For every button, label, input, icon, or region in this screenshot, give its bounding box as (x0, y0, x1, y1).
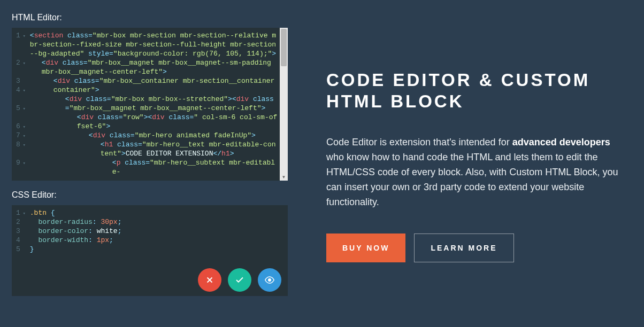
preview-button[interactable] (258, 268, 281, 292)
editor-action-row (198, 263, 285, 292)
css-editor-title: CSS Editor: (12, 190, 288, 200)
html-code-area[interactable]: 1▾ 2▾ 3 4▾ 5▾ 6▾7▾8▾ 9▾ <section class="… (12, 28, 288, 181)
eye-icon (265, 275, 274, 285)
css-gutter: 1▾2 3 4 5 (12, 205, 28, 296)
scroll-down-icon[interactable]: ▼ (280, 173, 288, 181)
button-row: BUY NOW LEARN MORE (326, 233, 628, 262)
accept-button[interactable] (228, 268, 251, 292)
body-suffix: who know how to hand code the HTML and l… (326, 152, 618, 207)
css-code-area[interactable]: 1▾2 3 4 5 .btn { border-radius: 30px; bo… (12, 205, 288, 296)
content-panel: CODE EDITOR & CUSTOM HTML BLOCK Code Edi… (300, 0, 644, 327)
page-heading: CODE EDITOR & CUSTOM HTML BLOCK (326, 69, 628, 112)
buy-now-button[interactable]: BUY NOW (326, 233, 405, 262)
html-scrollbar[interactable]: ▲ ▼ (280, 28, 288, 181)
html-gutter: 1▾ 2▾ 3 4▾ 5▾ 6▾7▾8▾ 9▾ (12, 28, 28, 181)
editor-panel: HTML Editor: 1▾ 2▾ 3 4▾ 5▾ 6▾7▾8▾ 9▾ <se… (0, 0, 300, 327)
body-bold: advanced developers (512, 137, 610, 147)
body-text: Code Editor is extension that's intended… (326, 135, 626, 209)
html-editor-title: HTML Editor: (12, 13, 288, 22)
check-icon (235, 275, 244, 285)
scrollbar-thumb[interactable] (281, 29, 287, 66)
svg-point-0 (269, 279, 271, 282)
cancel-button[interactable] (198, 268, 221, 292)
body-prefix: Code Editor is extension that's intended… (326, 137, 512, 147)
close-icon (205, 275, 214, 285)
html-code-body[interactable]: <section class="mbr-box mbr-section mbr-… (28, 28, 280, 181)
learn-more-button[interactable]: LEARN MORE (414, 233, 513, 262)
